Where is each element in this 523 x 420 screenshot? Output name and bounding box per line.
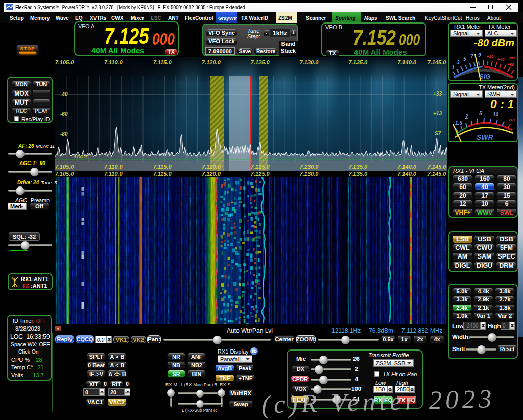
svg-text:10: 10 (493, 112, 499, 118)
svg-text:7.135.0: 7.135.0 (348, 171, 368, 177)
svg-text:7.115.0: 7.115.0 (153, 59, 172, 65)
svg-text:7.120.0: 7.120.0 (202, 164, 221, 170)
svg-text:7.120.0: 7.120.0 (202, 59, 221, 65)
svg-text:2: 2 (465, 114, 468, 120)
svg-text:7.105.0: 7.105.0 (55, 59, 75, 65)
svg-text:+60: +60 (507, 62, 514, 67)
svg-text:5: 5 (479, 111, 482, 116)
svg-text:S7: S7 (435, 131, 441, 136)
svg-text:9: 9 (478, 52, 481, 58)
svg-text:7.125.0: 7.125.0 (251, 59, 270, 65)
svg-text:7.105.0: 7.105.0 (55, 171, 75, 177)
svg-text:-40: -40 (60, 91, 68, 97)
svg-text:SWR: SWR (477, 133, 494, 142)
svg-text:-60: -60 (60, 111, 68, 117)
svg-text:7.140.0: 7.140.0 (397, 171, 417, 177)
svg-text:AGC-T: AGC-T (73, 154, 88, 159)
svg-text:3: 3 (457, 60, 460, 65)
svg-text:7.125.0: 7.125.0 (251, 171, 270, 177)
svg-text:-80: -80 (60, 131, 68, 137)
svg-text:7.110.0: 7.110.0 (104, 59, 123, 65)
svg-text:1.5: 1.5 (455, 120, 462, 126)
svg-text:7.145.0: 7.145.0 (427, 59, 447, 65)
svg-text:7.130.0: 7.130.0 (300, 59, 319, 65)
svg-text:7.105.0: 7.105.0 (55, 164, 75, 170)
svg-text:+20: +20 (487, 54, 494, 59)
svg-text:+13: +13 (433, 111, 442, 116)
svg-text:+40: +40 (497, 57, 505, 62)
svg-text:+33: +33 (433, 91, 442, 97)
svg-text:1: 1 (451, 65, 455, 71)
svg-text:7.140.0: 7.140.0 (397, 59, 417, 65)
svg-text:7.140.0: 7.140.0 (397, 164, 417, 170)
svg-text:7.135.0: 7.135.0 (348, 164, 368, 170)
svg-text:7.110.0: 7.110.0 (104, 164, 123, 170)
svg-text:7.145.0: 7.145.0 (427, 171, 447, 177)
svg-text:7.135.0: 7.135.0 (348, 59, 368, 65)
svg-text:7.120.0: 7.120.0 (202, 171, 221, 177)
svg-text:7.130.0: 7.130.0 (300, 171, 319, 177)
svg-text:dB: dB (509, 56, 515, 60)
svg-text:7.125.0: 7.125.0 (251, 164, 270, 170)
svg-text:7.130.0: 7.130.0 (300, 164, 319, 170)
svg-text:7.115.0: 7.115.0 (153, 171, 172, 177)
svg-text:7.145.0: 7.145.0 (427, 164, 447, 170)
svg-text:20+: 20+ (508, 118, 516, 122)
svg-text:7: 7 (470, 54, 473, 59)
svg-text:7.115.0: 7.115.0 (153, 164, 172, 170)
svg-text:7.110.0: 7.110.0 (104, 171, 123, 177)
svg-text:5: 5 (463, 56, 466, 62)
